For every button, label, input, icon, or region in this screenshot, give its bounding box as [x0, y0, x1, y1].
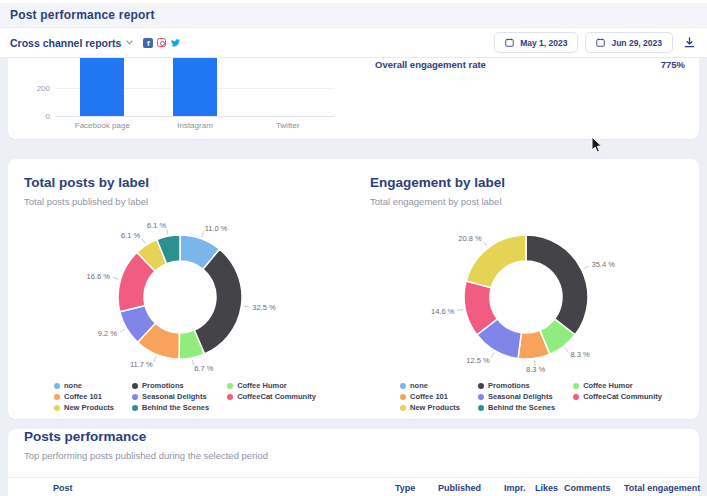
download-icon [684, 37, 695, 48]
metric-value: 775% [661, 59, 685, 70]
legend-item-coffee-101[interactable]: Coffee 101 [400, 392, 460, 401]
label-connector [457, 309, 463, 310]
label-connector [583, 266, 588, 269]
slice-percent-label: 6.1 % [147, 221, 167, 230]
legend-dot [478, 383, 484, 389]
slice-percent-label: 8.3 % [570, 350, 590, 359]
slice-percent-label: 9.2 % [98, 329, 118, 338]
legend-dot [400, 383, 406, 389]
legend-label: none [410, 381, 428, 390]
label-connector [243, 306, 249, 307]
bar[interactable] [80, 58, 124, 116]
twitter-icon [170, 38, 181, 48]
legend-column: PromotionsSeasonal DelightsBehind the Sc… [478, 381, 555, 412]
legend-dot [54, 405, 60, 411]
facebook-icon: f [143, 38, 153, 48]
legend-label: Coffee 101 [64, 392, 102, 401]
calendar-icon [505, 38, 514, 47]
total-posts-donut-chart[interactable]: 11.0 %32.5 %6.7 %11.7 %9.2 %16.6 %6.1 %6… [8, 221, 353, 373]
report-selector[interactable]: Cross channel reports [10, 37, 133, 49]
legend-item-none[interactable]: none [400, 381, 460, 390]
legend-label: New Products [64, 403, 114, 412]
legend-dot [54, 394, 60, 400]
slice-percent-label: 20.8 % [458, 234, 482, 243]
legend-label: Seasonal Delights [488, 392, 553, 401]
instagram-icon [157, 38, 166, 47]
engagement-by-label-section: Engagement by label Total engagement by … [354, 159, 699, 419]
report-body: Facebook pageInstagramTwitter 0200 Overa… [0, 58, 707, 496]
legend-item-behind-the-scenes[interactable]: Behind the Scenes [132, 403, 209, 412]
posts-by-channel-bar-chart[interactable] [56, 58, 334, 116]
legend-dot [478, 405, 484, 411]
label-connector [154, 356, 156, 362]
legend-dot [132, 405, 138, 411]
legend-label: Behind the Scenes [142, 403, 209, 412]
engagement-donut-chart[interactable]: 35.4 %8.3 %8.3 %12.5 %14.6 %20.8 % [354, 221, 699, 373]
legend-item-new-products[interactable]: New Products [400, 403, 460, 412]
legend-item-none[interactable]: none [54, 381, 114, 390]
legend-item-coffee-humor[interactable]: Coffee Humor [227, 381, 316, 390]
legend-column: PromotionsSeasonal DelightsBehind the Sc… [132, 381, 209, 412]
legend-item-promotions[interactable]: Promotions [478, 381, 555, 390]
legend-label: Promotions [488, 381, 530, 390]
slice-percent-label: 14.6 % [431, 307, 455, 316]
slice-percent-label: 6.1 % [121, 231, 141, 240]
legend-dot [400, 405, 406, 411]
legend-dot [478, 394, 484, 400]
date-to-value: Jun 29, 2023 [611, 38, 662, 48]
legend-label: Promotions [142, 381, 184, 390]
column-header-impr-: Impr. [504, 483, 526, 493]
slice-percent-label: 16.6 % [87, 272, 111, 281]
legend-item-promotions[interactable]: Promotions [132, 381, 209, 390]
legend-label: Seasonal Delights [142, 392, 207, 401]
legend-label: Coffee Humor [237, 381, 287, 390]
slice-percent-label: 12.5 % [466, 356, 490, 365]
x-axis-label: Twitter [241, 121, 334, 130]
label-connector [202, 231, 204, 237]
legend-item-coffee-101[interactable]: Coffee 101 [54, 392, 114, 401]
bar-slot-facebook-page [56, 58, 149, 116]
posts-performance-card: Posts performance Top performing posts p… [8, 429, 699, 496]
legend-item-seasonal-delights[interactable]: Seasonal Delights [132, 392, 209, 401]
date-range-controls: May 1, 2023 Jun 29, 2023 [494, 32, 695, 53]
donut-slice-promotions[interactable] [526, 235, 588, 335]
column-header-comments: Comments [564, 483, 611, 493]
legend-item-new-products[interactable]: New Products [54, 403, 114, 412]
x-axis-label: Instagram [149, 121, 242, 130]
label-connector [483, 241, 487, 246]
legend-item-seasonal-delights[interactable]: Seasonal Delights [478, 392, 555, 401]
legend-label: Coffee Humor [583, 381, 633, 390]
legend-item-coffeecat-community[interactable]: CoffeeCat Community [227, 392, 316, 401]
legend-label: Behind the Scenes [488, 403, 555, 412]
date-from-button[interactable]: May 1, 2023 [494, 32, 578, 53]
bar-series [56, 58, 334, 116]
bar-chart-category-labels: Facebook pageInstagramTwitter [56, 121, 334, 130]
label-connector [120, 329, 125, 332]
legend-dot [54, 383, 60, 389]
slice-percent-label: 11.0 % [205, 224, 228, 233]
slice-percent-label: 6.7 % [194, 364, 214, 373]
legend-item-behind-the-scenes[interactable]: Behind the Scenes [478, 403, 555, 412]
legend-dot [573, 394, 579, 400]
section-subtitle: Total posts published by label [24, 196, 353, 207]
calendar-icon [596, 38, 605, 47]
legend-item-coffee-humor[interactable]: Coffee Humor [573, 381, 662, 390]
section-title: Posts performance [24, 429, 699, 444]
legend-dot [132, 383, 138, 389]
bar[interactable] [173, 58, 217, 116]
label-connector [491, 352, 494, 357]
label-connector [113, 278, 119, 280]
slice-percent-label: 35.4 % [591, 260, 615, 269]
overview-card: Facebook pageInstagramTwitter 0200 Overa… [8, 58, 699, 139]
download-report-button[interactable] [680, 37, 695, 48]
section-subtitle: Top performing posts published during th… [24, 450, 699, 461]
table-header-divider [8, 477, 699, 478]
bar-slot-instagram [149, 58, 242, 116]
date-to-button[interactable]: Jun 29, 2023 [585, 32, 673, 53]
legend-item-coffeecat-community[interactable]: CoffeeCat Community [573, 392, 662, 401]
column-header-post: Post [53, 483, 73, 493]
report-selector-label: Cross channel reports [10, 37, 121, 49]
total-posts-by-label-section: Total posts by label Total posts publish… [8, 159, 353, 419]
chevron-down-icon [126, 40, 133, 45]
label-connector [142, 238, 145, 243]
